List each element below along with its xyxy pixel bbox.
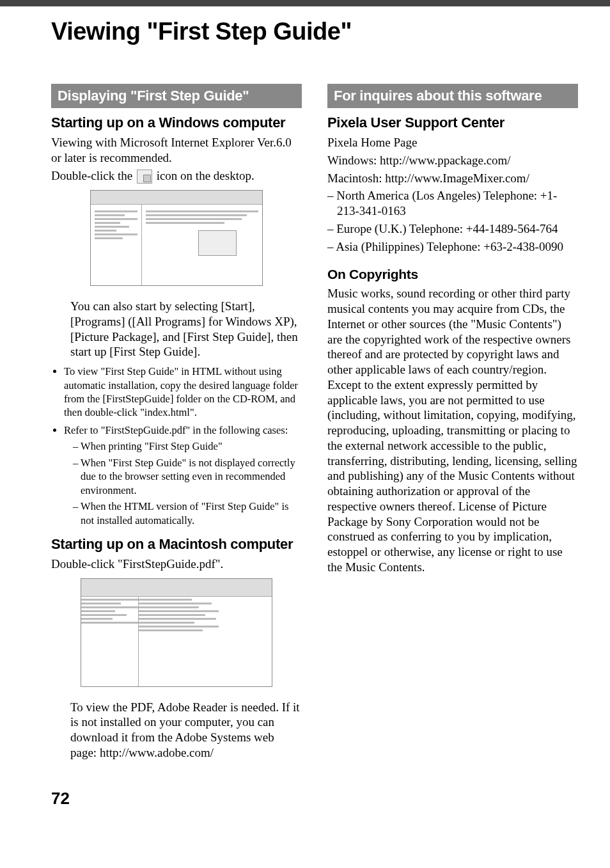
support-phone-list: North America (Los Angeles) Telephone: +… [327, 188, 578, 254]
windows-alt-start-block: You can also start by selecting [Start],… [70, 299, 302, 359]
case-html-not-installed: When the HTML version of "First Step Gui… [73, 500, 302, 527]
text-doubleclick-post: icon on the desktop. [157, 169, 254, 182]
subhead-support-center: Pixela User Support Center [327, 114, 578, 131]
screenshot-mac-pdf [81, 578, 272, 687]
desktop-shortcut-icon [137, 170, 152, 184]
phone-europe: Europe (U.K.) Telephone: +44-1489-564-76… [327, 221, 578, 237]
note-pdf-cases-text: Refer to "FirstStepGuide.pdf" in the fol… [64, 424, 288, 436]
text-doubleclick-pre: Double-click the [51, 169, 136, 182]
phone-north-america: North America (Los Angeles) Telephone: +… [327, 188, 578, 219]
subhead-copyrights: On Copyrights [327, 267, 578, 282]
note-html-install: To view "First Step Guide" in HTML witho… [64, 365, 302, 420]
page-title: Viewing "First Step Guide" [51, 18, 578, 45]
pdf-cases-list: When printing "First Step Guide" When "F… [73, 439, 302, 527]
case-browser: When "First Step Guide" is not displayed… [73, 456, 302, 497]
pixela-windows-url: Windows: http://www.ppackage.com/ [327, 153, 578, 168]
pixela-home-label: Pixela Home Page [327, 135, 578, 150]
two-column-layout: Displaying "First Step Guide" Starting u… [51, 84, 578, 763]
mac-doubleclick-text: Double-click "FirstStepGuide.pdf". [51, 556, 302, 572]
left-column: Displaying "First Step Guide" Starting u… [51, 84, 302, 763]
windows-intro-text: Viewing with Microsoft Internet Explorer… [51, 135, 302, 166]
page-number: 72 [51, 789, 578, 809]
mac-note-block: To view the PDF, Adobe Reader is needed.… [70, 700, 302, 761]
case-printing: When printing "First Step Guide" [73, 439, 302, 453]
section-header-inquiries: For inquires about this software [327, 84, 578, 108]
pixela-mac-url: Macintosh: http://www.ImageMixer.com/ [327, 171, 578, 186]
screenshot-windows-help [90, 190, 263, 286]
phone-asia: Asia (Philippines) Telephone: +63-2-438-… [327, 239, 578, 255]
top-accent-bar [0, 0, 610, 6]
mac-note-text: To view the PDF, Adobe Reader is needed.… [70, 700, 302, 761]
subhead-mac: Starting up on a Macintosh computer [51, 536, 302, 553]
note-pdf-cases: Refer to "FirstStepGuide.pdf" in the fol… [64, 423, 302, 527]
windows-notes-list: To view "First Step Guide" in HTML witho… [64, 365, 302, 527]
copyrights-body: Music works, sound recording or other th… [327, 286, 578, 574]
windows-alt-start-text: You can also start by selecting [Start],… [70, 299, 302, 359]
windows-doubleclick-text: Double-click the icon on the desktop. [51, 168, 302, 184]
right-column: For inquires about this software Pixela … [327, 84, 578, 763]
section-header-displaying: Displaying "First Step Guide" [51, 84, 302, 108]
subhead-windows: Starting up on a Windows computer [51, 114, 302, 131]
